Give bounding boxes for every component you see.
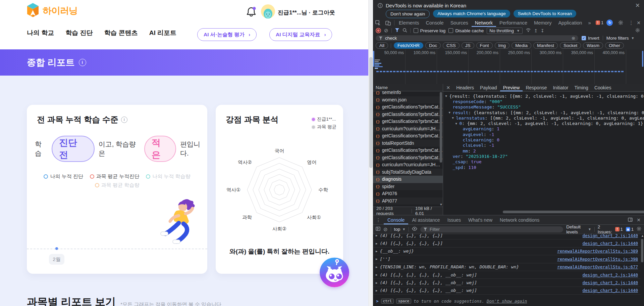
type-filter-js[interactable]: JS [462, 42, 474, 49]
type-filter-img[interactable]: Img [495, 42, 510, 49]
devtools-tab-performance[interactable]: Performance [496, 18, 531, 27]
search-icon[interactable] [402, 28, 407, 34]
console-log-row[interactable]: ▶(4) [{…}, {…}, {…}, {…}, __ob__: wej]de… [373, 279, 641, 287]
expand-arrow-icon[interactable]: ▼ [448, 111, 452, 114]
console-tab-issues[interactable]: Issues [444, 215, 465, 224]
console-prompt-hint[interactable]: > ctrl space to turn on code suggestions… [373, 297, 641, 305]
clear-console-icon[interactable]: ⊘ [383, 226, 388, 232]
network-conditions-icon[interactable] [526, 28, 531, 33]
request-row[interactable]: {}subjTotalStudyDiagData [373, 169, 443, 176]
json-tree-line[interactable]: clsLevel: -1 [443, 143, 644, 148]
source-location-link[interactable]: design_chart_2.js:1440 [578, 288, 638, 293]
devtools-close-icon[interactable]: ✕ [637, 20, 641, 26]
data-point-marker[interactable] [55, 247, 58, 250]
nav-item-4[interactable]: AI 리포트 [149, 29, 176, 37]
request-row[interactable]: {}API076 [373, 190, 443, 198]
json-tree-line[interactable]: mm: 2 [443, 148, 644, 154]
detail-tab-timing[interactable]: Timing [571, 84, 591, 91]
throttling-select[interactable]: No throttling▼ [487, 28, 523, 34]
console-log-row[interactable]: ▶(4) [{…}, {…}, {…}, {…}, __ob__: wej]de… [373, 271, 641, 279]
devtools-tab-elements[interactable]: Elements [395, 18, 422, 27]
page-scrollbar-thumb[interactable] [369, 57, 373, 168]
overview-left-handle[interactable] [373, 51, 374, 67]
network-settings-gear-icon[interactable] [635, 28, 640, 34]
infobar-button-switch-devtools-to-korean[interactable]: Switch DevTools to Korean [514, 10, 576, 17]
console-tab-ai-assistance[interactable]: AI assistance [408, 215, 443, 224]
issues-badge[interactable]: !1 [596, 20, 603, 25]
card1-info-icon[interactable]: i [121, 117, 127, 123]
disable-cache-checkbox[interactable]: Disable cache [448, 28, 484, 33]
network-overview-timeline[interactable]: 50,000 ms100,000 ms150,000 ms200,000 ms2… [373, 49, 644, 84]
request-row[interactable]: {}semeInfo [373, 89, 443, 96]
console-filter-input[interactable]: Filter [420, 226, 563, 232]
issues-error-badge[interactable]: !1 [615, 227, 623, 232]
console-scrollbar[interactable]: ▲ [641, 233, 644, 306]
import-har-icon[interactable]: ↥ [534, 28, 538, 33]
clear-network-log-icon[interactable]: ⊘ [384, 28, 388, 34]
export-har-icon[interactable]: ↧ [541, 28, 544, 33]
expand-arrow-icon[interactable]: ▶ [376, 289, 377, 292]
json-tree-line[interactable]: ▼0: {mm: 2, clsLevel: -1, avgLevel: -1, … [443, 121, 644, 126]
json-tree-line[interactable]: avgLearning: 1 [443, 126, 644, 132]
source-location-link[interactable]: design_chart_2.js:1440 [578, 241, 638, 246]
filter-funnel-icon[interactable] [395, 28, 399, 33]
scrollbar-thumb[interactable] [641, 239, 643, 262]
legend-item[interactable]: 나의 누적 진단 [44, 173, 83, 180]
inspect-element-icon[interactable] [373, 20, 383, 26]
notification-bell-icon[interactable] [246, 6, 257, 18]
json-tree-line[interactable]: ▼result: {learnstatus: [{mm: 2, clsLevel… [443, 110, 644, 115]
console-settings-gear-icon[interactable] [637, 226, 641, 232]
type-filter-css[interactable]: CSS [443, 42, 460, 49]
console-log-row[interactable]: ▶{TENSION_LINE: wn, PROFILE_RADAR: wn, D… [373, 263, 641, 271]
expand-arrow-icon[interactable]: ▼ [445, 94, 449, 98]
nav-item-3[interactable]: 학습 콘텐츠 [104, 29, 138, 37]
console-log-row[interactable]: ▶(4) [{…}, {…}, {…}, {…}]design_chart_2.… [373, 232, 641, 239]
infobar-close-icon[interactable]: ✕ [635, 2, 640, 9]
type-filter-media[interactable]: Media [512, 42, 531, 49]
source-location-link[interactable]: renewalAiReportOverallStu.js:398 [553, 257, 638, 262]
hint-dismiss-link[interactable]: Don't show again [487, 299, 527, 304]
json-tree-line[interactable]: ver: "20251016-18-27" [443, 154, 644, 159]
expand-arrow-icon[interactable]: ▶ [376, 250, 377, 253]
chatbot-mascot-button[interactable] [320, 258, 349, 287]
expand-arrow-icon[interactable]: ▼ [452, 116, 456, 120]
infobar-button-always-match-chrome-s-language[interactable]: Always match Chrome's language [433, 10, 510, 17]
request-row[interactable]: {}women.json [373, 96, 443, 104]
cta-ai-essay-eval[interactable]: AI 서·논술형 평가› [197, 28, 257, 41]
radar-legend-item[interactable]: 진급1**... [312, 116, 336, 122]
user-menu[interactable]: 진급1**...님 · 로그아웃 [278, 9, 335, 16]
devtools-tab-memory[interactable]: Memory [531, 18, 555, 27]
type-filter-fetch-xhr[interactable]: Fetch/XHR [394, 42, 423, 49]
infobar-button-don-t-show-again[interactable]: Don't show again [386, 10, 430, 18]
request-row[interactable]: {}getClassifications?prbmCat… [373, 132, 443, 140]
console-log-row[interactable]: ▶['']renewalAiReportOverallStu.js:398 [373, 255, 641, 263]
nav-item-2[interactable]: 학습 진단 [65, 29, 93, 37]
type-filter-wasm[interactable]: Wasm [583, 42, 603, 49]
expand-arrow-icon[interactable]: ▶ [376, 257, 377, 261]
json-tree-line[interactable]: responseMessage: "SUCCESS" [443, 104, 644, 110]
source-location-link[interactable]: renewalAiReportOverallStu.js:677 [553, 264, 638, 269]
expand-arrow-icon[interactable]: ▶ [376, 234, 377, 237]
preview-horizontal-scrollbar[interactable] [503, 211, 644, 213]
preserve-log-checkbox[interactable]: Preserve log [414, 28, 446, 33]
request-row[interactable]: {}getClassifications?prbmCat… [373, 147, 443, 154]
source-location-link[interactable]: renewalAiReportOverallStu.js:389 [553, 249, 638, 254]
console-log-row[interactable]: ▶{__ob__: wej}renewalAiReportOverallStu.… [373, 248, 641, 255]
console-log-row[interactable]: ▶(4) [{…}, {…}, {…}, {…}, __ob__: wej]de… [373, 287, 641, 295]
json-tree-line[interactable]: _csap: true [443, 159, 644, 165]
json-tree-line[interactable]: ▼{result: {learnstatus: [{mm: 2, clsLeve… [443, 93, 644, 99]
type-filter-socket[interactable]: Socket [560, 42, 581, 49]
clear-filter-icon[interactable]: ⊗ [572, 36, 575, 41]
request-row[interactable]: {}API077 [373, 198, 443, 205]
nav-item-1[interactable]: 나의 학교 [27, 29, 54, 37]
more-filters-button[interactable]: More filters▼ [606, 36, 635, 41]
kebab-menu-icon[interactable]: ⋮ [629, 20, 634, 26]
expand-arrow-icon[interactable]: ▶ [376, 242, 377, 245]
expand-arrow-icon[interactable]: ▶ [376, 281, 377, 285]
banner-info-icon[interactable]: i [79, 59, 86, 66]
console-tab-network-conditions[interactable]: Network conditions [496, 215, 543, 224]
expand-arrow-icon[interactable]: ▶ [376, 265, 377, 269]
json-tree-line[interactable]: ▼learnstatus: [{mm: 2, clsLevel: -1, avg… [443, 115, 644, 121]
request-row[interactable]: {}spider [373, 183, 443, 190]
site-logo[interactable]: 하이러닝 [26, 3, 77, 19]
